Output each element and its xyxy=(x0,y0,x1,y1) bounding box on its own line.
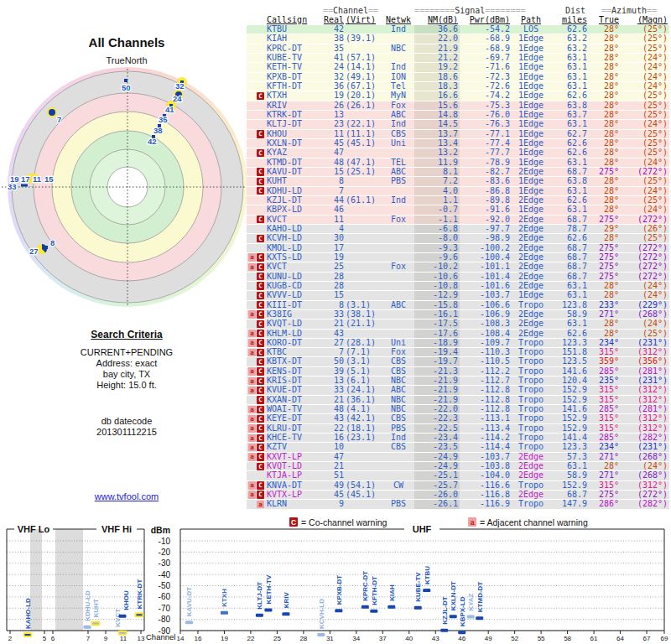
signal-bar-label: KAHO-LD xyxy=(24,598,32,629)
callsign-cell: KXTS-LD xyxy=(267,253,319,262)
true-azimuth-cell: 28° xyxy=(589,205,621,214)
path-cell: 2Edge xyxy=(512,310,550,319)
virtual-channel-cell: (38.1) xyxy=(344,310,382,319)
virtual-channel-cell: (5.1) xyxy=(344,367,382,376)
real-channel-cell: 4 xyxy=(319,225,344,233)
callsign-cell: KYAZ xyxy=(267,148,319,157)
real-channel-cell: 17 xyxy=(319,244,344,252)
power-dbm-cell: -113.1 xyxy=(460,414,512,423)
nm-db-cell: -23.5 xyxy=(414,443,460,451)
signal-bar-label: KETH-TV xyxy=(265,574,273,604)
search-height: Height: 15.0 ft. xyxy=(0,380,253,391)
magnetic-azimuth-cell: (312°) xyxy=(621,424,669,433)
co-channel-flag: C xyxy=(257,481,264,490)
dbm-tick-label: -50 xyxy=(159,581,171,590)
dbm-tick-label: -10 xyxy=(159,537,171,546)
distance-cell: 63.8 xyxy=(550,101,589,110)
uhf-label: UHF xyxy=(413,524,432,534)
callsign-cell: KPXB-DT xyxy=(267,73,319,81)
distance-cell: 68.7 xyxy=(550,262,589,271)
signal-bar-label: KHOU xyxy=(122,590,130,610)
path-cell: LOS xyxy=(512,25,550,34)
magnetic-azimuth-cell: (272°) xyxy=(621,273,669,281)
virtual-channel-cell: (11.1) xyxy=(344,130,382,138)
real-channel-cell: 21 xyxy=(319,462,344,470)
power-dbm-cell: -68.9 xyxy=(460,44,512,53)
nm-db-cell: -12.9 xyxy=(414,291,460,299)
vhf-band-gap xyxy=(55,529,83,631)
signal-bar-KUHT: KUHT xyxy=(92,599,101,625)
power-dbm-cell: -101.6 xyxy=(460,282,512,290)
table-group-header: ==Channel== ========Signal======== Dist … xyxy=(247,6,669,15)
network-cell: CBS xyxy=(382,443,414,451)
signal-bar-KLTJ-DT: KLTJ-DT xyxy=(256,582,264,617)
magnetic-azimuth-cell: (25°) xyxy=(621,25,669,34)
co-channel-flag: C xyxy=(257,187,264,195)
co-channel-flag: C xyxy=(257,301,264,309)
distance-cell: 68.7 xyxy=(550,491,589,499)
nm-db-cell: 14.8 xyxy=(414,111,460,119)
virtual-channel-cell xyxy=(344,330,382,338)
network-cell xyxy=(382,148,414,157)
network-cell: CBS xyxy=(382,414,414,423)
network-cell xyxy=(382,471,414,480)
distance-cell: 123.3 xyxy=(550,339,589,347)
power-dbm-cell: -91.6 xyxy=(460,205,512,214)
distance-cell: 141.4 xyxy=(550,434,589,442)
magnetic-azimuth-cell: (312°) xyxy=(621,414,669,423)
signal-bar-KRIV: KRIV xyxy=(282,592,290,616)
co-channel-flag: C xyxy=(257,216,264,224)
path-cell: Tropo xyxy=(512,424,550,433)
callsign-cell: KVCT xyxy=(267,216,319,224)
network-cell: Uni xyxy=(382,339,414,347)
magnetic-azimuth-cell: (24°) xyxy=(621,205,669,214)
search-criteria-heading: Search Criteria xyxy=(0,329,253,340)
power-dbm-cell: -110.3 xyxy=(460,348,512,356)
path-cell: 1Edge xyxy=(512,91,550,100)
callsign-cell: KHCE-TV xyxy=(267,434,319,442)
callsign-cell: KTBC xyxy=(267,348,319,356)
real-channel-cell: 7 xyxy=(319,348,344,356)
true-azimuth-cell: 285° xyxy=(589,434,621,442)
co-channel-flag: C xyxy=(257,349,264,357)
real-channel-cell: 47 xyxy=(319,453,344,461)
power-dbm-cell: -104.0 xyxy=(460,471,512,480)
real-channel-cell: 48 xyxy=(319,158,344,167)
power-dbm-cell: -103.7 xyxy=(460,453,512,461)
co-channel-flag: C xyxy=(257,491,264,499)
network-cell xyxy=(382,330,414,338)
search-location: bay city, TX xyxy=(0,369,253,380)
virtual-channel-cell xyxy=(344,187,382,195)
real-channel-cell: 33 xyxy=(319,310,344,319)
signal-bar-KBPX-LD: KBPX-LD xyxy=(458,596,466,634)
nm-db-cell: -6.8 xyxy=(414,225,460,233)
true-azimuth-cell: 286° xyxy=(589,500,621,508)
magnetic-azimuth-cell: (272°) xyxy=(621,244,669,252)
magnetic-azimuth-cell: (24°) xyxy=(621,319,669,328)
callsign-cell: KXLN-DT xyxy=(267,139,319,148)
power-dbm-cell: -74.2 xyxy=(460,91,512,100)
distance-cell: 63.1 xyxy=(550,120,589,128)
co-channel-flag: C xyxy=(257,310,264,319)
distance-cell: 63.8 xyxy=(550,177,589,185)
distance-cell: 63.1 xyxy=(550,187,589,195)
power-dbm-cell: -76.0 xyxy=(460,111,512,119)
tvfool-link[interactable]: www.tvfool.com xyxy=(95,491,159,501)
nm-db-cell: 22.0 xyxy=(414,34,460,43)
nm-db-cell: 36.6 xyxy=(414,25,460,34)
nm-db-cell: -21.9 xyxy=(414,377,460,385)
distance-cell: 68.7 xyxy=(550,273,589,281)
path-cell: 2Edge xyxy=(512,282,550,290)
power-dbm-cell: -116.9 xyxy=(460,500,512,508)
vhf-channel-tick: 6 xyxy=(51,635,55,642)
network-cell: ABC xyxy=(382,168,414,176)
real-channel-cell: 25 xyxy=(319,262,344,271)
virtual-channel-cell xyxy=(344,291,382,299)
callsign-cell: KVCT xyxy=(267,262,319,271)
virtual-channel-cell: (28.1) xyxy=(344,339,382,347)
network-cell: Ind xyxy=(382,434,414,442)
adjacent-channel-flag: a xyxy=(248,491,256,499)
path-cell: 2Edge xyxy=(512,462,550,470)
network-cell xyxy=(382,253,414,262)
co-channel-flag: C xyxy=(257,406,264,414)
